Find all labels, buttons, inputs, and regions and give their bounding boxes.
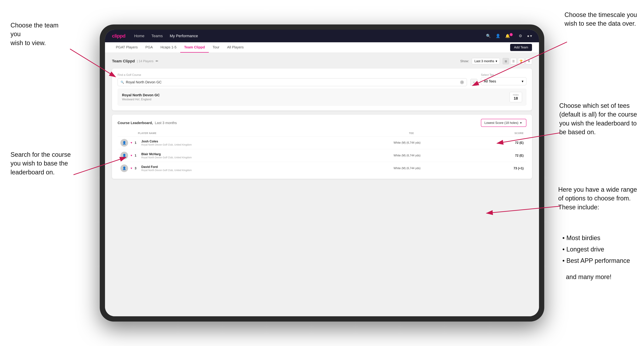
- show-period-select[interactable]: Last 3 months ▾: [472, 58, 500, 64]
- holes-label: Holes: [513, 93, 519, 96]
- find-course-label: Find a Golf Course: [118, 73, 478, 77]
- avatar-button[interactable]: ● ▾: [527, 34, 532, 38]
- tee-select-dropdown[interactable]: All Tees ▾: [481, 77, 526, 85]
- score-cell-1: 72 (E): [502, 141, 524, 145]
- select-tee-label: Select Tee: [481, 73, 526, 77]
- leaderboard-table: PLAYER NAME TEE SCORE 👤 ♥ 1 Josh Coles: [118, 130, 526, 174]
- score-cell-3: 73 (+1): [502, 167, 524, 170]
- tab-tour[interactable]: Tour: [209, 42, 223, 53]
- chevron-down-icon: ▾: [530, 34, 532, 38]
- course-result-row[interactable]: Royal North Devon GC Westward Ho!, Engla…: [118, 89, 526, 106]
- player-rank-2: 1: [135, 154, 139, 158]
- heart-icon-2: ♥: [130, 154, 132, 157]
- find-course-panel: Find a Golf Course 🔍 Royal North Devon G…: [112, 68, 532, 110]
- player-info-1: Josh Coles Royal North Devon Golf Club, …: [142, 140, 192, 146]
- find-course-row: 🔍 Royal North Devon GC ✕ ★: [118, 78, 478, 86]
- team-name: Team Clippd: [112, 59, 135, 63]
- tee-cell-2: White (M) (6,744 yds): [312, 154, 502, 157]
- annotation-top-left: Choose the team youwish to view.: [10, 21, 70, 47]
- search-icon: 🔍: [120, 81, 124, 84]
- table-row: 👤 ♥ 3 David Ford Royal North Devon Golf …: [118, 162, 526, 174]
- chevron-down-icon: ▾: [520, 121, 522, 125]
- leaderboard-subtitle: Last 3 months: [155, 121, 177, 125]
- settings-icon: ⚙: [519, 34, 522, 38]
- nav-my-performance[interactable]: My Performance: [170, 34, 198, 38]
- nav-teams[interactable]: Teams: [152, 34, 163, 38]
- clear-search-button[interactable]: ✕: [460, 80, 464, 84]
- course-result-info: Royal North Devon GC Westward Ho!, Engla…: [122, 93, 160, 101]
- course-result-location: Westward Ho!, England: [122, 98, 160, 101]
- export-button[interactable]: ⬇: [526, 58, 532, 64]
- player-count: | 14 Players: [137, 59, 154, 63]
- player-avatar-1: 👤: [120, 139, 128, 147]
- annotation-bottom-left: Search for the courseyou wish to base th…: [10, 150, 71, 177]
- heart-icon-3: ♥: [130, 167, 132, 170]
- player-club-2: Royal North Devon Golf Club, United King…: [142, 156, 192, 159]
- annotation-top-right: Choose the timescale youwish to see the …: [564, 10, 637, 28]
- player-rank-1: 1: [135, 141, 139, 145]
- player-club-3: Royal North Devon Golf Club, United King…: [142, 169, 192, 172]
- holes-value: 18: [513, 96, 519, 101]
- holes-box: Holes 18: [510, 92, 522, 102]
- avatar-icon: ●: [527, 34, 530, 38]
- player-avatar-2: 👤: [120, 152, 128, 159]
- tee-cell-3: White (M) (6,744 yds): [312, 167, 502, 170]
- course-search-input[interactable]: Royal North Devon GC: [126, 80, 458, 84]
- leaderboard-header: Course Leaderboard, Last 3 months Lowest…: [118, 119, 526, 127]
- annotation-middle-right: Choose which set of tees(default is all)…: [559, 101, 637, 137]
- heart-icon-1: ♥: [130, 141, 132, 144]
- team-header-right: Show: Last 3 months ▾ ⊞ ☰ 🏆 ⬇: [460, 58, 532, 64]
- tab-hcaps[interactable]: Hcaps 1-5: [156, 42, 180, 53]
- player-rank-3: 3: [135, 167, 139, 170]
- add-team-button[interactable]: Add Team: [510, 44, 532, 51]
- favorite-button[interactable]: ★: [470, 79, 478, 86]
- list-view-button[interactable]: ☰: [510, 58, 516, 64]
- chevron-down-icon: ▾: [496, 59, 497, 63]
- team-title-group: Team Clippd | 14 Players ✏: [112, 59, 158, 63]
- grid-view-button[interactable]: ⊞: [502, 58, 509, 64]
- edit-team-icon[interactable]: ✏: [156, 59, 158, 63]
- col-score-header: SCORE: [502, 132, 524, 135]
- sort-value: Lowest Score (18 holes): [484, 121, 518, 125]
- navbar-links: Home Teams My Performance: [134, 34, 486, 38]
- nav-home[interactable]: Home: [134, 34, 144, 38]
- tee-value: All Tees: [484, 79, 496, 83]
- course-search-wrapper: 🔍 Royal North Devon GC ✕: [118, 78, 467, 86]
- trophy-view-button[interactable]: 🏆: [518, 58, 524, 64]
- player-avatar-3: 👤: [120, 165, 128, 172]
- leaderboard-panel: Course Leaderboard, Last 3 months Lowest…: [112, 115, 532, 179]
- col-tee-header: TEE: [320, 132, 502, 135]
- show-label: Show:: [460, 59, 469, 63]
- show-period-value: Last 3 months: [474, 59, 494, 63]
- navbar-icons: 🔍 👤 🔔 1 ⚙ ● ▾: [486, 34, 532, 38]
- person-icon: 👤: [496, 34, 500, 38]
- tab-pgat-players[interactable]: PGAT Players: [112, 42, 142, 53]
- tab-team-clippd[interactable]: Team Clippd: [180, 42, 209, 53]
- tab-pga[interactable]: PGA: [142, 42, 156, 53]
- table-header: PLAYER NAME TEE SCORE: [118, 130, 526, 136]
- player-info-3: David Ford Royal North Devon Golf Club, …: [142, 165, 192, 172]
- leaderboard-title: Course Leaderboard, Last 3 months: [118, 121, 177, 125]
- settings-button[interactable]: ⚙: [519, 34, 522, 38]
- player-name-2: Blair McHarg: [142, 152, 192, 156]
- tee-cell-1: White (M) (6,744 yds): [312, 141, 502, 144]
- subnav: PGAT Players PGA Hcaps 1-5 Team Clippd T…: [105, 42, 539, 53]
- bullet-item-1: Most birdies: [562, 232, 630, 244]
- team-header: Team Clippd | 14 Players ✏ Show: Last 3 …: [112, 58, 532, 64]
- tab-all-players[interactable]: All Players: [223, 42, 248, 53]
- score-cell-2: 72 (E): [502, 154, 524, 158]
- search-button[interactable]: 🔍: [486, 34, 491, 38]
- chevron-down-icon: ▾: [522, 79, 524, 83]
- extra-text: and many more!: [562, 273, 630, 281]
- player-cell-2: 👤 ♥ 1 Blair McHarg Royal North Devon Gol…: [120, 152, 312, 159]
- player-cell-1: 👤 ♥ 1 Josh Coles Royal North Devon Golf …: [120, 139, 312, 147]
- profile-button[interactable]: 👤: [496, 34, 500, 38]
- player-name-1: Josh Coles: [142, 140, 192, 143]
- subnav-right: Add Team: [510, 44, 532, 51]
- sort-dropdown[interactable]: Lowest Score (18 holes) ▾: [481, 119, 526, 127]
- table-row: 👤 ♥ 1 Josh Coles Royal North Devon Golf …: [118, 136, 526, 149]
- logo: clippd: [112, 33, 125, 39]
- notifications-button[interactable]: 🔔 1: [505, 34, 514, 38]
- notification-count: 1: [510, 33, 513, 36]
- bullet-item-3: Best APP performance: [562, 255, 630, 267]
